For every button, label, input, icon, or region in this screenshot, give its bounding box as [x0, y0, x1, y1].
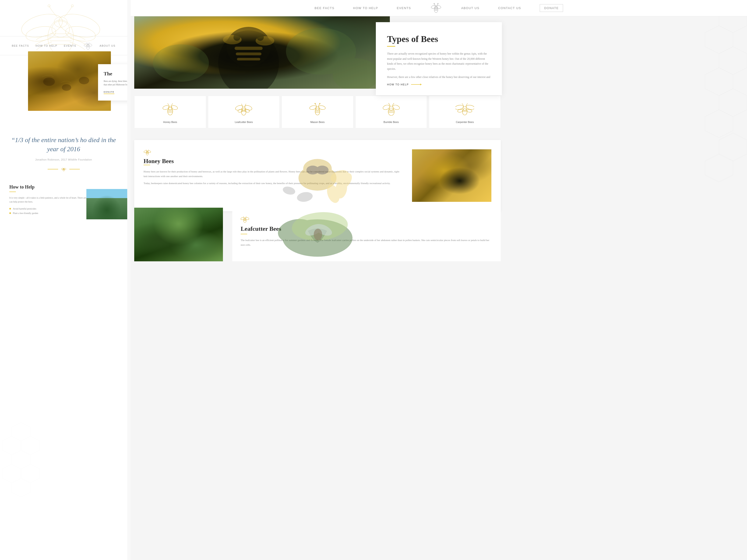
- left-overlay-card: The Bees are dying. three bites of pesti…: [98, 64, 127, 101]
- svg-rect-48: [235, 47, 263, 50]
- types-body-2: However, there are a few other close rel…: [387, 75, 491, 80]
- svg-point-21: [79, 77, 89, 84]
- nav-contact-us-right[interactable]: CONTACT US: [498, 6, 521, 10]
- svg-point-2: [54, 17, 67, 27]
- donate-button-right[interactable]: DONATE: [540, 4, 563, 12]
- types-body-1: There are actually seven recognized spec…: [387, 51, 491, 72]
- svg-marker-127: [719, 89, 747, 117]
- svg-marker-130: [705, 154, 733, 182]
- arrow-right-icon: [411, 84, 421, 85]
- svg-point-65: [235, 105, 243, 111]
- mason-bee-label: Mason Bees: [310, 121, 325, 124]
- honey-bee-icon: [161, 102, 180, 118]
- quote-bee-icon: [61, 167, 67, 171]
- how-help-img-inner: [86, 189, 127, 219]
- svg-point-51: [153, 44, 209, 82]
- svg-point-11: [48, 5, 50, 7]
- svg-point-82: [382, 104, 390, 110]
- nav-about-us-right[interactable]: ABOUT US: [461, 6, 480, 10]
- svg-marker-124: [705, 26, 733, 54]
- how-to-help-image: [86, 189, 127, 219]
- bee-type-honey[interactable]: Honey Bees: [134, 96, 206, 128]
- bullet-dot-1: [9, 208, 11, 210]
- right-panel: BEE FACTS HOW TO HELP EVENTS ABOUT US CO…: [131, 0, 747, 560]
- leafcutter-bee-icon: [234, 102, 253, 118]
- bee-type-bumble[interactable]: Bumble Bees: [355, 96, 427, 128]
- quote-divider: [9, 167, 118, 171]
- nav-bee-icon-left: [83, 41, 93, 51]
- svg-marker-128: [705, 110, 733, 138]
- leafcutter-img-overlay: [134, 208, 223, 261]
- svg-point-19: [43, 77, 55, 86]
- mason-bee-icon: [308, 102, 327, 118]
- quote-section: “1/3 of the entire nation’s ho died in t…: [0, 121, 127, 181]
- svg-point-54: [233, 34, 240, 41]
- svg-point-14: [87, 44, 89, 47]
- svg-marker-29: [2, 436, 21, 455]
- svg-point-83: [392, 104, 400, 110]
- svg-marker-129: [719, 133, 747, 161]
- nav-how-to-help-left[interactable]: HOW TO HELP: [35, 44, 57, 47]
- svg-marker-30: [21, 436, 40, 455]
- left-donate-button[interactable]: DONATE: [104, 91, 114, 94]
- leafcutter-bee-label: Leafcutter Bees: [235, 121, 253, 124]
- svg-point-20: [62, 84, 71, 91]
- quote-line-right: [69, 169, 80, 169]
- nav-how-to-help-right[interactable]: HOW TO HELP: [353, 6, 378, 10]
- svg-point-89: [456, 105, 464, 110]
- svg-point-63: [241, 108, 246, 115]
- svg-marker-34: [12, 478, 30, 497]
- bee-types-grid: Honey Bees: [134, 96, 501, 128]
- types-card: Types of Bees There are actually seven r…: [376, 22, 502, 95]
- bullet-dot-2: [9, 212, 11, 214]
- how-help-underline: [9, 192, 16, 192]
- svg-point-72: [316, 106, 319, 110]
- honey-bee-img-overlay: [412, 149, 491, 202]
- carpenter-bee-icon: [456, 102, 474, 118]
- carpenter-bee-label: Carpenter Bees: [456, 121, 474, 124]
- nav-bee-facts-right[interactable]: BEE FACTS: [315, 6, 335, 10]
- svg-point-59: [171, 105, 178, 110]
- bullet-label-2: Plant a bee-friendly garden: [13, 212, 38, 214]
- svg-rect-50: [237, 58, 260, 60]
- nav-events-right[interactable]: EVENTS: [397, 6, 411, 10]
- nav-bee-facts-left[interactable]: BEE FACTS: [12, 44, 29, 47]
- quote-line-left: [48, 169, 58, 169]
- left-card-body: Bees are dying. three bites of pesticide…: [104, 80, 127, 86]
- nav-about-us-left[interactable]: ABOUT US: [100, 44, 115, 47]
- left-panel: BEE FACTS HOW TO HELP EVENTS ABOUT US: [0, 0, 127, 560]
- svg-rect-49: [236, 53, 261, 55]
- hex-decor-left-bottom: [0, 420, 47, 560]
- svg-point-66: [244, 105, 253, 111]
- svg-point-1: [52, 21, 70, 37]
- types-underline: [387, 46, 395, 47]
- svg-marker-31: [12, 450, 30, 469]
- bullet-label-1: Avoid harmful pesticides: [13, 208, 36, 210]
- right-hero-image: [134, 16, 390, 89]
- svg-marker-125: [719, 47, 747, 75]
- honey-bee-section: Honey Bees Honey bees are known for thei…: [134, 140, 501, 211]
- right-navigation: BEE FACTS HOW TO HELP EVENTS ABOUT US CO…: [131, 0, 747, 16]
- svg-point-55: [257, 34, 264, 41]
- honey-bee-label: Honey Bees: [163, 121, 177, 124]
- bee-type-leafcutter[interactable]: Leafcutter Bees: [208, 96, 280, 128]
- svg-marker-28: [12, 422, 30, 441]
- bumble-bee-icon: [382, 102, 401, 118]
- nav-events-left[interactable]: EVENTS: [64, 44, 76, 47]
- leafcutter-image: [134, 208, 223, 261]
- honey-bee-image: [412, 149, 491, 202]
- quote-author: Jonathon Robinson, 2017 Wildlife Foundat…: [9, 158, 118, 161]
- svg-point-90: [466, 105, 474, 110]
- how-to-help-link[interactable]: HOW TO HELP: [387, 83, 491, 86]
- svg-point-80: [388, 108, 394, 115]
- left-card-title: The: [104, 71, 127, 77]
- types-title: Types of Bees: [387, 34, 491, 44]
- nav-bee-logo-right: [430, 2, 443, 15]
- bumble-bee-label: Bumble Bees: [384, 121, 399, 124]
- hex-decor-right: [700, 0, 747, 560]
- svg-marker-33: [21, 464, 40, 483]
- bee-type-carpenter[interactable]: Carpenter Bees: [429, 96, 501, 128]
- leafcutter-section: Leafcutter Bees The leafcutter bee is an…: [134, 208, 501, 261]
- quote-text: “1/3 of the entire nation’s ho died in t…: [9, 135, 118, 154]
- bee-type-mason[interactable]: Mason Bees: [282, 96, 354, 128]
